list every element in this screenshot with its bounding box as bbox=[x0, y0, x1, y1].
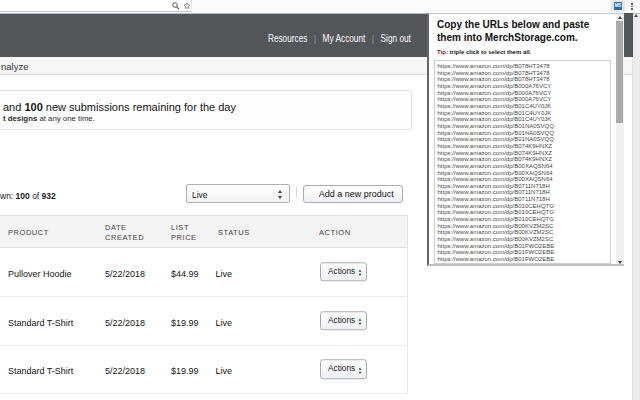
column-header-date-created: DATE CREATED bbox=[105, 223, 149, 243]
actions-updown-icon bbox=[358, 270, 361, 276]
column-header-list-price: LIST PRICE bbox=[171, 223, 197, 243]
nav-link-sign-out[interactable]: Sign out bbox=[381, 33, 411, 44]
screen: MS Resources|My Account|Sign out nalyze … bbox=[0, 0, 640, 400]
cell-date-created: 5/22/2018 bbox=[105, 366, 145, 376]
window-scrollbar-up-arrow-icon[interactable] bbox=[634, 14, 638, 17]
table-header-row: PRODUCTDATE CREATEDLIST PRICESTATUSACTIO… bbox=[0, 215, 408, 248]
cell-status: Live bbox=[216, 269, 233, 279]
popup-tip: Tip: triple click to select them all. bbox=[437, 49, 531, 55]
products-table: PRODUCTDATE CREATEDLIST PRICESTATUSACTIO… bbox=[0, 215, 408, 394]
cell-status: Live bbox=[216, 366, 233, 376]
url-line[interactable]: https://www.amazon.com/dp/B01NA0SVQQ bbox=[438, 130, 611, 137]
bookmark-star-icon[interactable] bbox=[183, 2, 191, 10]
column-header-status: STATUS bbox=[218, 228, 250, 238]
url-line[interactable]: https://www.amazon.com/dp/B00KVZM2SC bbox=[438, 236, 611, 243]
url-line[interactable]: https://www.amazon.com/dp/B00XAQSN64 bbox=[438, 176, 611, 183]
window-scrollbar-track[interactable] bbox=[632, 14, 640, 400]
actions-updown-icon bbox=[358, 319, 361, 325]
nav-links: Resources|My Account|Sign out bbox=[268, 33, 411, 44]
popup-scrollbar-down-arrow-icon[interactable] bbox=[618, 261, 622, 264]
cell-status: Live bbox=[216, 318, 233, 328]
shown-count-label: wn: 100 of 932 bbox=[0, 191, 56, 201]
nav-separator: | bbox=[308, 34, 323, 44]
url-line[interactable]: https://www.amazon.com/dp/B0711N718H bbox=[438, 196, 611, 203]
actions-button[interactable]: Actions bbox=[320, 311, 367, 331]
column-header-product: PRODUCT bbox=[8, 228, 49, 238]
url-line[interactable]: https://www.amazon.com/dp/B00KVZM2SC bbox=[438, 229, 611, 236]
nav-separator: | bbox=[365, 34, 380, 44]
nav-link-resources[interactable]: Resources bbox=[268, 33, 308, 44]
popup-scrollbar-thumb[interactable] bbox=[616, 21, 623, 123]
actions-button[interactable]: Actions bbox=[320, 360, 367, 380]
table-row: Standard T-Shirt5/22/2018$19.99LiveActio… bbox=[0, 297, 408, 346]
url-line[interactable]: https://www.amazon.com/dp/B074K9HNXZ bbox=[438, 150, 611, 157]
zoom-icon[interactable] bbox=[172, 2, 180, 10]
cell-date-created: 5/22/2018 bbox=[105, 318, 145, 328]
add-new-product-button[interactable]: Add a new product bbox=[303, 185, 404, 204]
banner-line2: t designs at any one time. bbox=[3, 114, 411, 124]
url-line[interactable]: https://www.amazon.com/dp/B01C4UY0JK bbox=[438, 110, 611, 117]
merchstorage-extension-icon[interactable]: MS bbox=[614, 2, 622, 10]
cell-date-created: 5/22/2018 bbox=[105, 269, 145, 279]
url-line[interactable]: https://www.amazon.com/dp/B01FWO2EBE bbox=[438, 256, 611, 263]
url-line[interactable]: https://www.amazon.com/dp/B000A76VCY bbox=[438, 96, 611, 103]
url-line[interactable]: https://www.amazon.com/dp/B01NA0SVQQ bbox=[438, 123, 611, 130]
url-line[interactable]: https://www.amazon.com/dp/B0711N718H bbox=[438, 183, 611, 190]
cell-list-price: $19.99 bbox=[171, 318, 199, 328]
popup-title: Copy the URLs below and paste them into … bbox=[437, 18, 609, 44]
table-row: Pullover Hoodie5/22/2018$44.99LiveAction… bbox=[0, 248, 408, 297]
url-line[interactable]: https://www.amazon.com/dp/B01C4UY0JK bbox=[438, 103, 611, 110]
status-filter-value: Live bbox=[192, 190, 208, 200]
url-line[interactable]: https://www.amazon.com/dp/B0711N718H bbox=[438, 189, 611, 196]
popup-scrollbar-up-arrow-icon[interactable] bbox=[618, 16, 622, 19]
url-line[interactable]: https://www.amazon.com/dp/B01FWO2EBE bbox=[438, 243, 611, 250]
url-line[interactable]: https://www.amazon.com/dp/B010CEHQTG bbox=[438, 209, 611, 216]
url-line[interactable]: https://www.amazon.com/dp/B078HT3478 bbox=[438, 70, 611, 77]
submissions-banner: and 100 new submissions remaining for th… bbox=[0, 90, 412, 130]
extension-popup: Copy the URLs below and paste them into … bbox=[427, 13, 624, 266]
url-line[interactable]: https://www.amazon.com/dp/B010CEHQTG bbox=[438, 216, 611, 223]
url-line[interactable]: https://www.amazon.com/dp/B01C4UY0JK bbox=[438, 116, 611, 123]
cell-product: Pullover Hoodie bbox=[8, 269, 72, 279]
url-line[interactable]: https://www.amazon.com/dp/B000A76VCY bbox=[438, 90, 611, 97]
cell-product: Standard T-Shirt bbox=[8, 366, 73, 376]
tab-analyze[interactable]: nalyze bbox=[1, 61, 28, 72]
popup-scrollbar-track[interactable] bbox=[616, 14, 624, 264]
url-line[interactable]: https://www.amazon.com/dp/B074K9HNXZ bbox=[438, 143, 611, 150]
actions-updown-icon bbox=[358, 367, 361, 373]
cell-product: Standard T-Shirt bbox=[8, 318, 73, 328]
url-line[interactable]: https://www.amazon.com/dp/B000A76VCY bbox=[438, 83, 611, 90]
browser-toolbar: MS bbox=[0, 0, 640, 13]
status-filter-select[interactable]: Live bbox=[186, 184, 290, 203]
column-header-action: ACTION bbox=[319, 228, 351, 238]
cell-list-price: $44.99 bbox=[171, 269, 199, 279]
url-line[interactable]: https://www.amazon.com/dp/B010CEHQTG bbox=[438, 203, 611, 210]
nav-link-my-account[interactable]: My Account bbox=[323, 33, 366, 44]
url-list-box[interactable]: https://www.amazon.com/dp/B078HT3478http… bbox=[434, 60, 611, 264]
actions-button[interactable]: Actions bbox=[320, 262, 367, 282]
table-row: Standard T-Shirt5/22/2018$19.99LiveActio… bbox=[0, 346, 408, 395]
url-line[interactable]: https://www.amazon.com/dp/B00XAQSN64 bbox=[438, 170, 611, 177]
select-updown-icon bbox=[278, 190, 282, 199]
url-line[interactable]: https://www.amazon.com/dp/B00KVZM2SC bbox=[438, 223, 611, 230]
url-line[interactable]: https://www.amazon.com/dp/B078HT3478 bbox=[438, 63, 611, 70]
controls-divider bbox=[296, 187, 297, 197]
url-line[interactable]: https://www.amazon.com/dp/B01NA0SVQQ bbox=[438, 136, 611, 143]
url-line[interactable]: https://www.amazon.com/dp/B078HT3478 bbox=[438, 76, 611, 83]
banner-line1: and 100 new submissions remaining for th… bbox=[3, 101, 411, 113]
address-bar[interactable] bbox=[0, 0, 192, 12]
url-line[interactable]: https://www.amazon.com/dp/B01FWO2EBE bbox=[438, 249, 611, 256]
url-line[interactable]: https://www.amazon.com/dp/B074K9HNXZ bbox=[438, 156, 611, 163]
browser-menu-kebab-icon[interactable] bbox=[631, 3, 633, 11]
url-line[interactable]: https://www.amazon.com/dp/B00XAQSN64 bbox=[438, 163, 611, 170]
cell-list-price: $19.99 bbox=[171, 366, 199, 376]
